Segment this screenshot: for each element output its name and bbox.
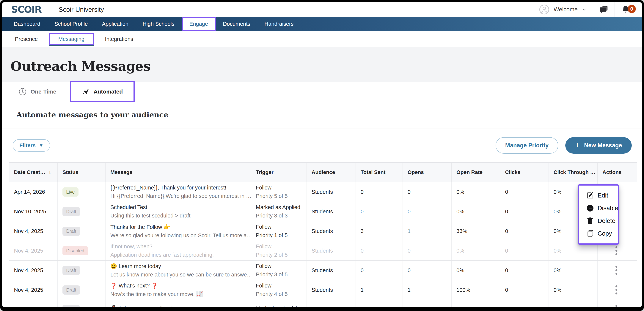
engage-subnav: Presence Messaging Integrations <box>2 31 642 47</box>
message-subtitle: We're so glad you're following us on Sco… <box>110 232 251 239</box>
cell-message: {{Preferred_Name}}, Thank you for your i… <box>106 182 251 202</box>
cell-audience: Students <box>307 261 356 280</box>
cell-date: Nov 4, 2025 <box>9 221 58 241</box>
col-header-click-through[interactable]: Click Through … <box>549 163 598 182</box>
caret-down-icon: ▼ <box>39 143 44 148</box>
nav-item-handraisers[interactable]: Handraisers <box>257 17 300 31</box>
cell-status: Draft <box>58 202 106 221</box>
new-message-label: New Message <box>584 142 622 149</box>
cell-total-sent: 0 <box>356 261 403 280</box>
table-row[interactable]: Nov 4, 2025 Draft 🚦 Ask us your question… <box>9 299 637 307</box>
table-row[interactable]: Nov 10, 2025 Draft Scheduled Test Using … <box>9 202 637 221</box>
subnav-item-messaging[interactable]: Messaging <box>49 33 94 45</box>
col-header-trigger[interactable]: Trigger <box>251 163 307 182</box>
table-row[interactable]: Apr 14, 2026 Live {{Preferred_Name}}, Th… <box>9 182 637 202</box>
kebab-icon <box>615 265 618 275</box>
cell-trigger: Follow Priority 4 of 5 <box>251 280 307 299</box>
nav-item-dashboard[interactable]: Dashboard <box>7 17 47 31</box>
row-actions-button[interactable] <box>613 303 620 307</box>
row-actions-button[interactable] <box>613 283 620 297</box>
cell-total-sent: 0 <box>356 241 403 260</box>
cell-open-rate: 0% <box>452 182 500 202</box>
manage-priority-button[interactable]: Manage Priority <box>496 137 558 154</box>
table-row[interactable]: Nov 4, 2025 Draft 😀 Learn more today Let… <box>9 260 637 280</box>
col-header-total-sent[interactable]: Total Sent <box>356 163 403 182</box>
col-header-date[interactable]: Date Creat… ↓ <box>9 163 58 182</box>
cell-total-sent <box>356 300 403 307</box>
cell-actions <box>598 261 635 280</box>
filters-button[interactable]: Filters ▼ <box>13 139 50 152</box>
clock-icon <box>19 88 26 95</box>
trigger-name: Follow <box>256 243 272 250</box>
subnav-item-integrations[interactable]: Integrations <box>96 36 142 42</box>
cell-audience: Students <box>307 241 356 260</box>
message-title: If not now, when? <box>110 243 152 250</box>
notifications-button[interactable]: 0 <box>615 2 636 17</box>
status-badge: Draft <box>62 207 80 216</box>
school-name: Scoir University <box>58 6 104 13</box>
cell-date: Apr 14, 2026 <box>9 182 58 202</box>
tab-one-time[interactable]: One-Time <box>10 88 65 95</box>
cell-audience <box>307 300 356 307</box>
tab-automated[interactable]: Automated <box>70 81 135 102</box>
notification-count-badge: 0 <box>628 5 636 13</box>
menu-item-disable-label: Disable <box>598 205 618 212</box>
cell-opens: 1 <box>403 221 452 241</box>
menu-item-delete[interactable]: Delete <box>579 215 618 227</box>
kebab-icon <box>615 305 618 307</box>
trash-icon <box>587 217 594 224</box>
cell-date: Nov 4, 2025 <box>9 300 58 307</box>
message-title: 😀 Learn more today <box>110 263 161 269</box>
menu-item-edit[interactable]: Edit <box>579 189 618 202</box>
nav-item-high-schools[interactable]: High Schools <box>136 17 182 31</box>
menu-item-copy[interactable]: Copy <box>579 227 618 240</box>
menu-item-copy-label: Copy <box>598 230 612 237</box>
col-header-message[interactable]: Message <box>106 163 251 182</box>
col-header-status[interactable]: Status <box>58 163 106 182</box>
table-row[interactable]: Nov 4, 2025 Draft Thanks for the Follow … <box>9 221 637 241</box>
cell-opens: 0 <box>403 241 452 260</box>
chevron-down-icon <box>582 7 586 12</box>
cell-clicks: 0 <box>500 202 549 221</box>
menu-item-disable[interactable]: Disable <box>579 202 618 214</box>
nav-item-engage[interactable]: Engage <box>182 17 216 31</box>
trigger-name: Follow <box>256 224 272 230</box>
col-header-opens[interactable]: Opens <box>403 163 452 182</box>
row-actions-button[interactable] <box>613 244 620 257</box>
table-row[interactable]: Nov 4, 2025 Disabled If not now, when? A… <box>9 241 637 260</box>
row-actions-button[interactable] <box>613 263 620 277</box>
cell-clicks: 0 <box>500 241 549 260</box>
table-row[interactable]: Nov 4, 2025 Draft ❓ What's next? ❓ Now's… <box>9 280 637 299</box>
messages-table: Date Creat… ↓ Status Message Trigger Aud… <box>9 162 637 307</box>
cell-open-rate: 33% <box>452 221 500 241</box>
message-subtitle: Application deadlines are fast approachi… <box>110 252 214 258</box>
cell-clicks: 0 <box>500 280 549 299</box>
cell-audience: Students <box>307 280 356 299</box>
tab-automated-label: Automated <box>94 89 123 95</box>
status-badge: Draft <box>62 305 80 307</box>
filters-label: Filters <box>20 142 36 149</box>
nav-item-application[interactable]: Application <box>95 17 136 31</box>
scoir-logo[interactable]: SCOIR <box>11 4 42 15</box>
cell-open-rate: 0% <box>452 241 500 260</box>
messages-button[interactable] <box>593 2 614 17</box>
user-menu[interactable]: Welcome <box>539 4 586 15</box>
col-header-date-label: Date Creat… <box>14 169 45 175</box>
cell-opens: 0 <box>403 202 452 221</box>
trigger-name: Marked as Applied <box>256 204 300 210</box>
col-header-clicks[interactable]: Clicks <box>500 163 549 182</box>
col-header-open-rate[interactable]: Open Rate <box>452 163 500 182</box>
row-actions-menu: Edit Disable Delete Copy <box>578 184 619 245</box>
col-header-actions[interactable]: Actions <box>598 163 635 182</box>
cell-audience: Students <box>307 221 356 241</box>
table-toolbar: Filters ▼ Manage Priority + New Message <box>2 128 642 162</box>
subnav-item-presence[interactable]: Presence <box>6 36 46 42</box>
col-header-audience[interactable]: Audience <box>307 163 356 182</box>
new-message-button[interactable]: + New Message <box>565 137 632 154</box>
disable-icon <box>587 205 594 211</box>
nav-item-school-profile[interactable]: School Profile <box>47 17 95 31</box>
cell-message: 🚦 Ask us your questions! <box>106 300 251 307</box>
nav-item-documents[interactable]: Documents <box>216 17 258 31</box>
app-window: SCOIR Scoir University Welcome <box>2 2 642 307</box>
cell-date: Nov 4, 2025 <box>9 241 58 260</box>
